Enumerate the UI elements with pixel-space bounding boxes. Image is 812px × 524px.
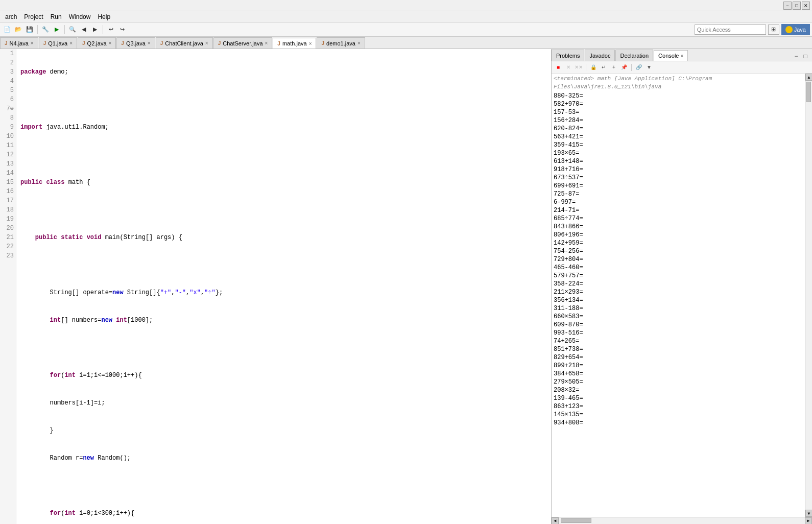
code-line-1: package demo; bbox=[20, 67, 547, 77]
line-num-7: 7⊖ bbox=[2, 104, 14, 113]
toolbar-forward-btn[interactable]: ▶ bbox=[90, 25, 100, 35]
tab-close[interactable]: × bbox=[31, 40, 34, 46]
tab-q2[interactable]: J Q2.java × bbox=[78, 37, 116, 49]
console-line: 729+804= bbox=[554, 255, 803, 264]
console-remove-all-btn[interactable]: ✕✕ bbox=[574, 63, 583, 72]
panel-minimize-btn[interactable]: − bbox=[792, 52, 801, 61]
console-word-wrap-btn[interactable]: ↵ bbox=[599, 63, 608, 72]
console-line: 359-415= bbox=[554, 141, 803, 149]
toolbar-debug-btn[interactable]: 🔧 bbox=[40, 25, 51, 35]
code-line-5: public class math { bbox=[20, 178, 547, 187]
console-line: 863+123= bbox=[554, 402, 803, 411]
tab-close[interactable]: × bbox=[205, 40, 208, 46]
close-button[interactable]: ✕ bbox=[802, 2, 810, 10]
tab-n4[interactable]: J N4.java × bbox=[0, 37, 38, 49]
console-scrollbar[interactable]: ▲ ▼ bbox=[805, 74, 812, 517]
console-terminate-btn[interactable]: ■ bbox=[554, 63, 563, 72]
menu-help[interactable]: Help bbox=[94, 12, 113, 21]
tab-close[interactable]: × bbox=[69, 40, 73, 46]
scroll-right-btn[interactable]: ▶ bbox=[805, 517, 812, 525]
java-perspective-button[interactable]: Java bbox=[781, 24, 810, 35]
minimize-button[interactable]: − bbox=[783, 2, 792, 10]
scroll-left-btn[interactable]: ◀ bbox=[552, 517, 559, 525]
quick-access-input[interactable] bbox=[695, 25, 766, 35]
console-bottom-bar: ◀ ▶ bbox=[552, 517, 812, 524]
toolbar-new-btn[interactable]: 📄 bbox=[2, 25, 12, 35]
toolbar-back-btn[interactable]: ◀ bbox=[79, 25, 89, 35]
console-line: 6-997= bbox=[554, 198, 803, 206]
console-line: 934+808= bbox=[554, 419, 803, 427]
menu-window[interactable]: Window bbox=[66, 12, 94, 21]
scroll-thumb[interactable] bbox=[806, 82, 811, 102]
console-sep bbox=[586, 64, 586, 71]
tab-demo1[interactable]: J demo1.java × bbox=[317, 37, 365, 49]
code-content[interactable]: package demo; import java.util.Random; p… bbox=[16, 49, 551, 524]
code-line-13: numbers[i-1]=i; bbox=[20, 398, 547, 408]
tab-math[interactable]: J math.java × bbox=[273, 38, 316, 49]
console-view-btn[interactable]: ▼ bbox=[644, 63, 654, 72]
main-content: 1 2 3 4 5 6 7⊖ 8 9 10 11 12 13 14 15 16 … bbox=[0, 49, 812, 524]
maximize-button[interactable]: □ bbox=[793, 2, 801, 10]
console-new-btn[interactable]: + bbox=[609, 63, 618, 72]
menu-arch[interactable]: arch bbox=[2, 12, 20, 21]
tab-close[interactable]: × bbox=[265, 40, 268, 46]
tab-icon: J bbox=[43, 40, 46, 46]
h-scroll-thumb[interactable] bbox=[561, 518, 591, 523]
console-line: 582+970= bbox=[554, 100, 803, 108]
console-line: 279×505= bbox=[554, 378, 803, 386]
console-remove-btn[interactable]: ✕ bbox=[564, 63, 573, 72]
menu-project[interactable]: Project bbox=[21, 12, 46, 21]
console-area: <terminated> math [Java Application] C:\… bbox=[552, 74, 812, 517]
editor-inner: 1 2 3 4 5 6 7⊖ 8 9 10 11 12 13 14 15 16 … bbox=[0, 49, 551, 524]
tab-close[interactable]: × bbox=[309, 41, 312, 46]
main-toolbar: 📄 📂 💾 🔧 ▶ 🔍 ◀ ▶ ↩ ↪ ⊞ Java bbox=[0, 22, 812, 37]
console-line: 829+654= bbox=[554, 353, 803, 362]
tab-q3[interactable]: J Q3.java × bbox=[116, 37, 155, 49]
tab-chatserver[interactable]: J ChatServer.java × bbox=[213, 37, 273, 49]
tab-close[interactable]: × bbox=[109, 40, 112, 46]
menu-run[interactable]: Run bbox=[47, 12, 65, 21]
tab-label: Q2.java bbox=[87, 40, 107, 46]
console-scroll-lock-btn[interactable]: 🔒 bbox=[589, 63, 598, 72]
line-num-11: 11 bbox=[2, 141, 14, 150]
panel-maximize-btn[interactable]: □ bbox=[801, 52, 810, 61]
tab-close[interactable]: × bbox=[148, 40, 151, 46]
console-link-btn[interactable]: 🔗 bbox=[634, 63, 643, 72]
ptab-console-label: Console bbox=[658, 53, 679, 59]
console-output[interactable]: <terminated> math [Java Application] C:\… bbox=[552, 74, 805, 517]
toolbar-sep-1 bbox=[37, 25, 38, 34]
console-pin-btn[interactable]: 📌 bbox=[619, 63, 629, 72]
toolbar-run-btn[interactable]: ▶ bbox=[52, 25, 62, 35]
tab-close[interactable]: × bbox=[357, 40, 361, 46]
console-line: 563+421= bbox=[554, 133, 803, 141]
ptab-declaration[interactable]: Declaration bbox=[615, 50, 653, 61]
console-line: 465-460= bbox=[554, 264, 803, 272]
toolbar-undo-btn[interactable]: ↩ bbox=[106, 25, 116, 35]
quick-access-area: ⊞ Java bbox=[695, 24, 810, 35]
java-icon bbox=[785, 26, 793, 33]
console-line: 685÷774= bbox=[554, 215, 803, 223]
ptab-problems[interactable]: Problems bbox=[552, 50, 584, 61]
tab-chatclient[interactable]: J ChatClient.java × bbox=[156, 37, 213, 49]
toolbar-search-btn[interactable]: 🔍 bbox=[67, 25, 78, 35]
ptab-console-close[interactable]: × bbox=[680, 53, 683, 59]
console-line: 211×293= bbox=[554, 288, 803, 296]
toolbar-perspectives-btn[interactable]: ⊞ bbox=[768, 25, 779, 35]
scroll-down-btn[interactable]: ▼ bbox=[805, 510, 812, 517]
toolbar-save-btn[interactable]: 💾 bbox=[25, 25, 35, 35]
tab-q1[interactable]: J Q1.java × bbox=[39, 37, 77, 49]
ptab-console[interactable]: Console × bbox=[654, 50, 688, 61]
menu-bar: arch Project Run Window Help bbox=[0, 11, 812, 22]
toolbar-redo-btn[interactable]: ↪ bbox=[117, 25, 127, 35]
code-line-17: for(int i=0;i<300;i++){ bbox=[20, 509, 547, 518]
code-line-4 bbox=[20, 150, 547, 159]
toolbar-open-btn[interactable]: 📂 bbox=[13, 25, 23, 35]
console-line: 214-71= bbox=[554, 206, 803, 215]
console-line: 993-516= bbox=[554, 329, 803, 337]
ptab-javadoc[interactable]: Javadoc bbox=[585, 50, 615, 61]
h-scroll-track[interactable] bbox=[559, 517, 805, 524]
scroll-up-btn[interactable]: ▲ bbox=[805, 74, 812, 81]
editor-pane[interactable]: 1 2 3 4 5 6 7⊖ 8 9 10 11 12 13 14 15 16 … bbox=[0, 49, 552, 524]
scroll-track[interactable] bbox=[805, 81, 812, 510]
console-line: 208×32= bbox=[554, 386, 803, 394]
